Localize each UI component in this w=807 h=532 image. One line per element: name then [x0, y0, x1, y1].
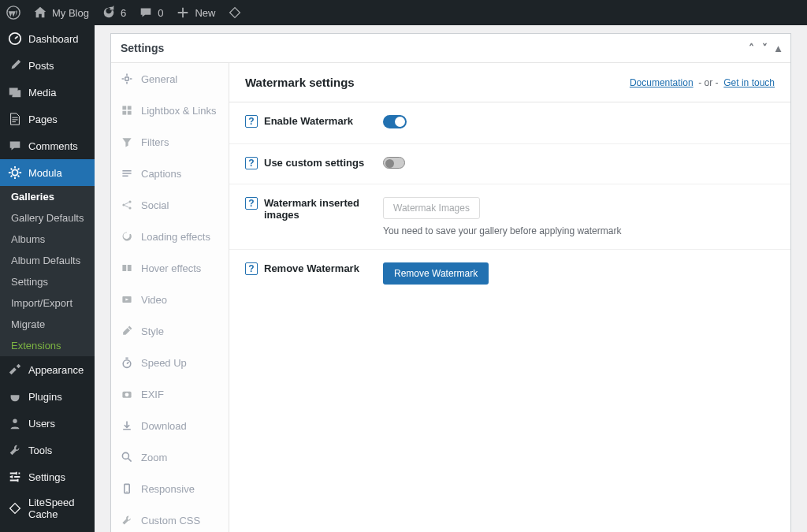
sidebar-item-settings[interactable]: Settings	[0, 463, 95, 490]
sidebar-item-litespeed[interactable]: LiteSpeed Cache	[0, 490, 95, 526]
panel-collapse-icon[interactable]: ▴	[775, 42, 781, 54]
svg-point-23	[126, 491, 128, 493]
svg-point-7	[125, 77, 129, 81]
new-content[interactable]: New	[176, 6, 215, 20]
tab-loading[interactable]: Loading effects	[111, 221, 229, 252]
svg-rect-5	[10, 504, 20, 514]
tab-social[interactable]: Social	[111, 189, 229, 221]
sidebar-item-tools[interactable]: Tools	[0, 437, 95, 463]
row-enable-watermark: ?Enable Watermark	[229, 102, 790, 144]
help-icon[interactable]: ?	[245, 197, 258, 210]
tab-responsive[interactable]: Responsive	[111, 473, 229, 504]
sidebar-item-comments[interactable]: Comments	[0, 132, 95, 159]
tab-customcss[interactable]: Custom CSS	[111, 504, 229, 532]
litespeed-icon[interactable]	[228, 6, 242, 20]
subitem-albums[interactable]: Albums	[0, 229, 95, 250]
tab-style[interactable]: Style	[111, 315, 229, 347]
help-links: Documentation - or - Get in touch	[630, 77, 775, 88]
inserted-note: You need to save your gallery before app…	[383, 225, 775, 236]
row-inserted-images: ?Watermark inserted images Watermak Imag…	[229, 184, 790, 250]
tab-filters[interactable]: Filters	[111, 126, 229, 158]
svg-point-20	[125, 392, 129, 396]
updates[interactable]: 6	[102, 6, 126, 20]
settings-tabs: General Lightbox & Links Filters Caption…	[111, 63, 229, 532]
main-heading: Watermark settings	[245, 76, 355, 89]
panel-down-icon[interactable]: ˅	[762, 42, 768, 54]
collapse-menu[interactable]: Collapse menu	[0, 526, 95, 532]
svg-rect-16	[128, 265, 132, 271]
svg-rect-9	[128, 106, 132, 110]
tab-download[interactable]: Download	[111, 410, 229, 441]
contact-link[interactable]: Get in touch	[723, 77, 775, 88]
sidebar-item-users[interactable]: Users	[0, 410, 95, 437]
subitem-gallery-defaults[interactable]: Gallery Defaults	[0, 207, 95, 229]
update-count: 6	[121, 7, 126, 19]
panel-up-icon[interactable]: ˄	[749, 42, 754, 54]
custom-settings-toggle[interactable]	[383, 157, 405, 169]
svg-point-4	[13, 419, 17, 423]
svg-point-14	[128, 206, 131, 209]
subitem-album-defaults[interactable]: Album Defaults	[0, 250, 95, 271]
subitem-settings[interactable]: Settings	[0, 271, 95, 292]
subitem-import-export[interactable]: Import/Export	[0, 292, 95, 314]
tab-video[interactable]: Video	[111, 284, 229, 315]
documentation-link[interactable]: Documentation	[630, 77, 694, 88]
enable-watermark-toggle[interactable]	[383, 115, 407, 128]
svg-rect-1	[230, 8, 240, 18]
wp-logo[interactable]	[6, 6, 20, 20]
modula-submenu: Galleries Gallery Defaults Albums Album …	[0, 186, 95, 356]
tab-exif[interactable]: EXIF	[111, 378, 229, 410]
panel-header: Settings ˄ ˅ ▴	[111, 34, 790, 63]
settings-main: Watermark settings Documentation - or - …	[229, 63, 790, 532]
sidebar-item-appearance[interactable]: Appearance	[0, 356, 95, 383]
watermark-images-button[interactable]: Watermak Images	[383, 197, 480, 219]
remove-watermark-button[interactable]: Remove Watermark	[383, 262, 489, 285]
panel-title: Settings	[121, 42, 164, 54]
svg-point-21	[122, 452, 128, 459]
tab-captions[interactable]: Captions	[111, 158, 229, 189]
tab-lightbox[interactable]: Lightbox & Links	[111, 95, 229, 126]
subitem-extensions[interactable]: Extensions	[0, 335, 95, 356]
svg-point-13	[128, 200, 131, 203]
comments-bubble[interactable]: 0	[139, 6, 163, 20]
site-menu[interactable]: My Blog	[33, 6, 89, 20]
tab-general[interactable]: General	[111, 63, 229, 95]
sidebar-item-dashboard[interactable]: Dashboard	[0, 25, 95, 52]
adminbar: My Blog 6 0 New	[0, 0, 807, 25]
admin-sidebar: Dashboard Posts Media Pages Comments Mod…	[0, 25, 95, 532]
tab-zoom[interactable]: Zoom	[111, 441, 229, 473]
comment-count: 0	[158, 7, 163, 19]
svg-rect-11	[128, 111, 132, 115]
site-title: My Blog	[52, 7, 89, 19]
new-label: New	[195, 7, 215, 19]
sidebar-item-posts[interactable]: Posts	[0, 52, 95, 79]
row-remove-watermark: ?Remove Watermark Remove Watermark	[229, 250, 790, 297]
svg-rect-10	[122, 111, 126, 115]
svg-point-12	[122, 203, 125, 206]
svg-rect-15	[122, 265, 126, 271]
tab-hover[interactable]: Hover effects	[111, 252, 229, 284]
svg-point-3	[12, 169, 17, 175]
row-custom-settings: ?Use custom settings	[229, 144, 790, 184]
tab-speed[interactable]: Speed Up	[111, 347, 229, 378]
subitem-galleries[interactable]: Galleries	[0, 186, 95, 207]
help-icon[interactable]: ?	[245, 115, 258, 128]
sidebar-item-plugins[interactable]: Plugins	[0, 383, 95, 410]
subitem-migrate[interactable]: Migrate	[0, 314, 95, 335]
sidebar-item-modula[interactable]: Modula	[0, 159, 95, 186]
help-icon[interactable]: ?	[245, 262, 258, 275]
sidebar-item-media[interactable]: Media	[0, 79, 95, 106]
settings-panel: Settings ˄ ˅ ▴ General Lightbox & Links …	[110, 33, 791, 532]
help-icon[interactable]: ?	[245, 157, 258, 169]
sidebar-item-pages[interactable]: Pages	[0, 106, 95, 132]
svg-rect-8	[122, 106, 126, 110]
